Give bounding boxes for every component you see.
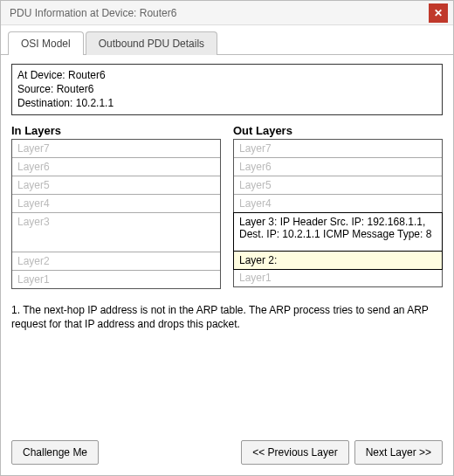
tab-strip: OSI Model Outbound PDU Details (1, 31, 453, 54)
challenge-me-button[interactable]: Challenge Me (11, 440, 99, 465)
window-title: PDU Information at Device: Router6 (10, 7, 429, 19)
previous-layer-button[interactable]: << Previous Layer (241, 440, 348, 465)
out-layer7[interactable]: Layer7 (234, 140, 442, 158)
tab-outbound-pdu-details[interactable]: Outbound PDU Details (86, 31, 217, 55)
footer-bar: Challenge Me << Previous Layer Next Laye… (1, 430, 453, 475)
out-layer1[interactable]: Layer1 (234, 269, 442, 286)
out-layer4[interactable]: Layer4 (234, 195, 442, 213)
in-layer3[interactable]: Layer3 (12, 213, 220, 252)
out-layers-title: Out Layers (233, 124, 443, 137)
in-layers-title: In Layers (11, 124, 221, 137)
next-layer-button[interactable]: Next Layer >> (354, 440, 443, 465)
explanation-note: 1. The next-hop IP address is not in the… (11, 303, 443, 333)
in-layer2[interactable]: Layer2 (12, 252, 220, 271)
close-icon[interactable]: ✕ (429, 3, 448, 23)
in-layer4[interactable]: Layer4 (12, 195, 220, 213)
out-layer2[interactable]: Layer 2: (233, 251, 443, 270)
out-layer6[interactable]: Layer6 (234, 158, 442, 176)
destination-line: Destination: 10.2.1.1 (17, 96, 437, 110)
in-layer6[interactable]: Layer6 (12, 158, 220, 176)
at-device-line: At Device: Router6 (17, 68, 437, 82)
footer-spacer (104, 440, 236, 465)
titlebar: PDU Information at Device: Router6 ✕ (1, 1, 453, 25)
device-info-box: At Device: Router6 Source: Router6 Desti… (11, 64, 443, 115)
out-layer5[interactable]: Layer5 (234, 176, 442, 195)
content-area: At Device: Router6 Source: Router6 Desti… (1, 55, 453, 341)
in-layer7[interactable]: Layer7 (12, 140, 220, 158)
pdu-window: PDU Information at Device: Router6 ✕ OSI… (0, 0, 454, 476)
in-layer5[interactable]: Layer5 (12, 176, 220, 195)
in-layer1[interactable]: Layer1 (12, 271, 220, 288)
in-layer-stack: Layer7 Layer6 Layer5 Layer4 Layer3 Layer… (11, 139, 221, 289)
out-layer-stack: Layer7 Layer6 Layer5 Layer4 Layer 3: IP … (233, 139, 443, 287)
out-layer3[interactable]: Layer 3: IP Header Src. IP: 192.168.1.1,… (233, 212, 443, 252)
out-layers-column: Out Layers Layer7 Layer6 Layer5 Layer4 L… (233, 124, 443, 289)
source-line: Source: Router6 (17, 82, 437, 96)
layer-columns: In Layers Layer7 Layer6 Layer5 Layer4 La… (11, 124, 443, 289)
in-layers-column: In Layers Layer7 Layer6 Layer5 Layer4 La… (11, 124, 221, 289)
tab-osi-model[interactable]: OSI Model (8, 31, 84, 55)
